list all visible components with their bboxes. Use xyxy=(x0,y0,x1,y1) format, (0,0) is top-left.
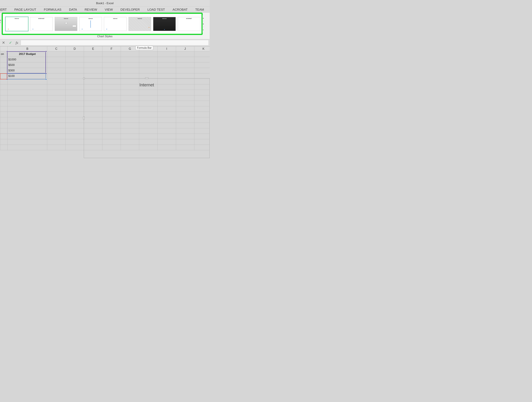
cell[interactable] xyxy=(8,134,47,139)
cell[interactable] xyxy=(0,68,8,73)
cell[interactable] xyxy=(158,57,176,62)
cell[interactable] xyxy=(0,90,8,95)
cell-b2[interactable]: $1000 xyxy=(8,57,47,62)
cell-b4[interactable]: $300 xyxy=(8,68,47,73)
cell[interactable] xyxy=(194,73,210,79)
cell[interactable] xyxy=(65,145,84,150)
selection-handle-icon[interactable] xyxy=(45,51,47,52)
cell[interactable] xyxy=(194,62,210,68)
gallery-scroll-down[interactable]: ▼ xyxy=(203,21,204,27)
cell[interactable] xyxy=(139,57,158,62)
cell[interactable] xyxy=(8,95,47,101)
cell[interactable] xyxy=(65,62,84,68)
chart-style-2[interactable]: INTER NET xyxy=(30,17,53,31)
fx-icon[interactable]: fx xyxy=(14,41,20,45)
chart-title[interactable]: Internet xyxy=(84,82,209,88)
cell[interactable] xyxy=(47,117,65,123)
cell[interactable] xyxy=(176,73,194,79)
cell[interactable] xyxy=(65,95,84,101)
cell[interactable] xyxy=(47,128,65,134)
cell[interactable] xyxy=(65,117,84,123)
gallery-scroll-up[interactable]: ▲ xyxy=(203,15,204,21)
cell[interactable] xyxy=(0,117,8,123)
cell[interactable] xyxy=(102,62,121,68)
cell[interactable] xyxy=(65,79,84,84)
embedded-chart[interactable]: Internet xyxy=(84,78,210,158)
tab-view[interactable]: VIEW xyxy=(105,8,113,12)
cell[interactable] xyxy=(8,79,47,84)
chart-style-7[interactable]: Internet xyxy=(153,17,176,31)
cell[interactable] xyxy=(8,84,47,90)
selection-handle-icon[interactable] xyxy=(6,79,8,80)
tab-acrobat[interactable]: ACROBAT xyxy=(173,8,188,12)
cell[interactable] xyxy=(47,84,65,90)
selection-handle-icon[interactable] xyxy=(45,79,47,80)
cell[interactable] xyxy=(176,52,194,57)
chart-style-5[interactable]: Internet xyxy=(104,17,127,31)
cell[interactable] xyxy=(139,68,158,73)
cell[interactable] xyxy=(47,52,65,57)
cell[interactable] xyxy=(194,57,210,62)
chart-resize-handle-icon[interactable] xyxy=(83,78,85,79)
cell[interactable] xyxy=(47,145,65,150)
cell[interactable] xyxy=(65,134,84,139)
cell[interactable] xyxy=(158,73,176,79)
cell[interactable] xyxy=(47,68,65,73)
chart-style-4[interactable]: Internet xyxy=(79,17,102,31)
cell[interactable] xyxy=(65,57,84,62)
cell[interactable] xyxy=(0,123,8,128)
cell[interactable] xyxy=(65,84,84,90)
cell[interactable] xyxy=(8,123,47,128)
cell[interactable] xyxy=(65,123,84,128)
col-header-k[interactable]: K xyxy=(194,46,210,52)
cell[interactable] xyxy=(47,79,65,84)
col-header-b[interactable]: B xyxy=(8,46,47,52)
cell[interactable] xyxy=(8,112,47,117)
cell[interactable] xyxy=(47,101,65,106)
cell[interactable] xyxy=(8,145,47,150)
tab-review[interactable]: REVIEW xyxy=(85,8,97,12)
cell[interactable] xyxy=(84,57,102,62)
selection-handle-icon[interactable] xyxy=(45,73,47,74)
cell[interactable] xyxy=(8,90,47,95)
cell[interactable] xyxy=(47,139,65,145)
cell[interactable] xyxy=(158,68,176,73)
cell[interactable] xyxy=(65,73,84,79)
cell[interactable] xyxy=(47,95,65,101)
formula-enter-button[interactable]: ✓ xyxy=(7,39,14,46)
cell[interactable] xyxy=(0,134,8,139)
cell[interactable] xyxy=(158,62,176,68)
cell[interactable] xyxy=(0,101,8,106)
cell[interactable] xyxy=(84,73,102,79)
chart-resize-handle-icon[interactable] xyxy=(145,78,148,79)
tab-formulas[interactable]: FORMULAS xyxy=(44,8,62,12)
cell[interactable] xyxy=(158,52,176,57)
cell[interactable] xyxy=(65,52,84,57)
cell-b3[interactable]: $500 xyxy=(8,62,47,68)
cell[interactable] xyxy=(8,106,47,112)
cell[interactable] xyxy=(139,52,158,57)
tab-data[interactable]: DATA xyxy=(69,8,77,12)
selection-handle-icon[interactable] xyxy=(6,51,8,52)
cell[interactable] xyxy=(121,68,139,73)
cell[interactable] xyxy=(176,57,194,62)
cell[interactable] xyxy=(0,95,8,101)
formula-cancel-button[interactable]: ✕ xyxy=(0,39,7,46)
cell[interactable] xyxy=(176,68,194,73)
cell[interactable] xyxy=(121,52,139,57)
cell[interactable] xyxy=(8,128,47,134)
cell[interactable] xyxy=(0,62,8,68)
cell[interactable] xyxy=(139,62,158,68)
cell[interactable] xyxy=(65,128,84,134)
cell[interactable] xyxy=(65,112,84,117)
cell[interactable] xyxy=(0,84,8,90)
cell[interactable] xyxy=(47,106,65,112)
formula-input[interactable] xyxy=(21,40,209,45)
cell[interactable] xyxy=(0,106,8,112)
cell[interactable] xyxy=(0,128,8,134)
cell[interactable] xyxy=(8,101,47,106)
col-header-j[interactable]: J xyxy=(176,46,194,52)
cell[interactable] xyxy=(0,112,8,117)
col-header-d[interactable]: D xyxy=(65,46,84,52)
chart-style-1[interactable]: Internet xyxy=(6,17,28,31)
